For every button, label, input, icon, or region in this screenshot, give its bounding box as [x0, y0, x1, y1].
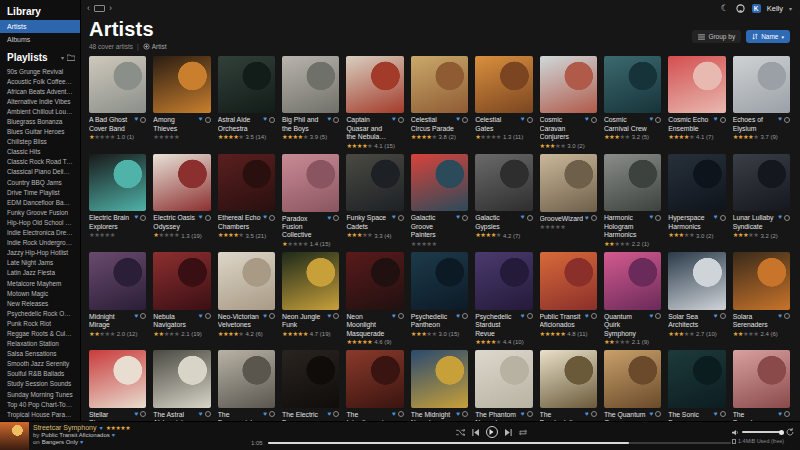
artist-art[interactable]	[282, 56, 339, 113]
more-options-icon[interactable]	[398, 411, 404, 417]
artist-heart-icon[interactable]: ♥	[112, 432, 115, 438]
artist-rating[interactable]: ★★★★★4.1 (7)	[668, 134, 725, 140]
favorite-heart-icon[interactable]: ♥	[456, 313, 460, 320]
artist-card[interactable]: Midnight Mirage ♥ ★★★★★2.0 (12)	[89, 252, 146, 345]
refresh-queue-icon[interactable]	[786, 428, 794, 436]
more-options-icon[interactable]	[205, 411, 211, 417]
artist-card[interactable]: Among Thieves ♥ ★★★★★	[153, 56, 210, 149]
artist-art[interactable]	[218, 56, 275, 113]
favorite-heart-icon[interactable]: ♥	[199, 411, 203, 418]
artist-rating[interactable]: ★★★★★2.1 (9)	[604, 339, 661, 345]
now-playing-album[interactable]: Bangers Only	[42, 439, 78, 445]
artist-art[interactable]	[668, 56, 725, 113]
artist-art[interactable]	[475, 350, 532, 407]
artist-card[interactable]: Psychedelic Stardust Revue ♥ ★★★★★4.4 (1…	[475, 252, 532, 345]
sidebar-playlist-item[interactable]: Soulful R&B Ballads	[0, 369, 80, 379]
artist-card[interactable]: Harmonic Hologram Harmonics ♥ ★★★★★2.2 (…	[604, 154, 661, 247]
favorite-heart-icon[interactable]: ♥	[521, 214, 525, 221]
favorite-heart-icon[interactable]: ♥	[585, 411, 589, 418]
artist-rating[interactable]: ★★★★★	[153, 134, 210, 140]
favorite-heart-icon[interactable]: ♥	[263, 116, 267, 123]
artist-rating[interactable]: ★★★★★1.4 (15)	[282, 241, 339, 247]
sidebar-playlist-item[interactable]: Acoustic Folk Coffeehouse	[0, 76, 80, 86]
artist-art[interactable]	[153, 350, 210, 407]
artist-rating[interactable]: ★★★★★3.0 (2)	[540, 143, 597, 149]
more-options-icon[interactable]	[462, 215, 468, 221]
artist-card[interactable]: Echoes of Elysium ♥ ★★★★★3.7 (9)	[733, 56, 790, 149]
artist-name[interactable]: Paradox Fusion Collective	[282, 215, 326, 240]
view-chip[interactable]: Artist	[143, 43, 167, 50]
sidebar-playlist-item[interactable]: Top 40 Pop Chart-Toppers	[0, 399, 80, 409]
group-by-button[interactable]: Group by	[692, 30, 741, 43]
artist-art[interactable]	[346, 56, 403, 113]
artist-card[interactable]: Cosmic Carnival Crew ♥ ★★★★★3.2 (5)	[604, 56, 661, 149]
sidebar-library-item[interactable]: Artists	[0, 20, 80, 33]
artist-art[interactable]	[218, 252, 275, 309]
artist-rating[interactable]: ★★★★★4.4 (10)	[475, 339, 532, 345]
more-options-icon[interactable]	[527, 117, 533, 123]
artist-card[interactable]: Galactic Gypsies ♥ ★★★★★4.2 (7)	[475, 154, 532, 247]
artist-rating[interactable]: ★★★★★1.3 (19)	[153, 232, 210, 238]
favorite-heart-icon[interactable]: ♥	[135, 411, 139, 418]
artist-name[interactable]: Captain Quasar and the Nebula Navigators	[346, 116, 390, 141]
play-pause-button[interactable]	[486, 426, 498, 438]
favorite-heart-icon[interactable]: ♥	[328, 215, 332, 222]
favorite-heart-icon[interactable]: ♥	[199, 214, 203, 221]
sidebar-playlist-item[interactable]: Salsa Sensations	[0, 349, 80, 359]
forward-icon[interactable]: ›	[109, 4, 112, 13]
favorite-heart-icon[interactable]: ♥	[649, 214, 653, 221]
more-options-icon[interactable]	[720, 411, 726, 417]
artist-rating[interactable]: ★★★★★4.8 (11)	[540, 331, 597, 337]
artist-art[interactable]	[475, 252, 532, 309]
artist-rating[interactable]: ★★★★★4.7 (19)	[282, 331, 339, 337]
artist-name[interactable]: Big Phil and the Boys	[282, 116, 326, 133]
favorite-heart-icon[interactable]: ♥	[778, 411, 782, 418]
sidebar-playlist-item[interactable]: Chillstep Bliss	[0, 137, 80, 147]
artist-art[interactable]	[668, 252, 725, 309]
favorite-heart-icon[interactable]: ♥	[649, 411, 653, 418]
artist-art[interactable]	[218, 350, 275, 407]
artist-art[interactable]	[733, 154, 790, 211]
favorite-heart-icon[interactable]: ♥	[328, 411, 332, 418]
artist-name[interactable]: Electric Brain Explorers	[89, 214, 133, 231]
artist-name[interactable]: Neon Jungle Funk	[282, 313, 326, 330]
favorite-heart-icon[interactable]: ♥	[521, 116, 525, 123]
artist-name[interactable]: Cosmic Carnival Crew	[604, 116, 648, 133]
artist-art[interactable]	[89, 350, 146, 407]
sidebar-playlist-item[interactable]: Classic Rock Road Trip	[0, 157, 80, 167]
favorite-heart-icon[interactable]: ♥	[714, 411, 718, 418]
artist-rating[interactable]: ★★★★★3.5 (14)	[218, 134, 275, 140]
artist-art[interactable]	[346, 252, 403, 309]
more-options-icon[interactable]	[205, 215, 211, 221]
more-options-icon[interactable]	[140, 411, 146, 417]
artist-card[interactable]: A Bad Ghost Cover Band ♥ ★★★★★1.0 (1)	[89, 56, 146, 149]
artist-art[interactable]	[604, 252, 661, 309]
artist-art[interactable]	[411, 350, 468, 407]
more-options-icon[interactable]	[462, 117, 468, 123]
favorite-heart-icon[interactable]: ♥	[456, 214, 460, 221]
favorite-heart-icon[interactable]: ♥	[392, 116, 396, 123]
artist-name[interactable]: Neon Moonlight Masquerade	[346, 313, 390, 338]
more-options-icon[interactable]	[333, 117, 339, 123]
artist-card[interactable]: Lunar Lullaby Syndicate ♥ ★★★★★3.2 (2)	[733, 154, 790, 247]
artist-rating[interactable]: ★★★★★3.0 (15)	[411, 331, 468, 337]
artist-art[interactable]	[346, 154, 403, 211]
seek-bar[interactable]	[268, 442, 731, 444]
artist-rating[interactable]: ★★★★★2.1 (19)	[153, 331, 210, 337]
volume-icon[interactable]	[732, 429, 739, 436]
artist-rating[interactable]: ★★★★★4.6 (9)	[346, 339, 403, 345]
sidebar-playlist-item[interactable]: 90s Grunge Revival	[0, 66, 80, 76]
artist-art[interactable]	[733, 56, 790, 113]
artist-art[interactable]	[604, 56, 661, 113]
artist-card[interactable]: Solar Sea Architects ♥ ★★★★★2.7 (10)	[668, 252, 725, 345]
artist-grid-scroll[interactable]: A Bad Ghost Cover Band ♥ ★★★★★1.0 (1) Am…	[81, 54, 800, 450]
artist-rating[interactable]: ★★★★★3.7 (9)	[733, 134, 790, 140]
more-options-icon[interactable]	[527, 411, 533, 417]
artist-card[interactable]: Ethereal Echo Chambers ♥ ★★★★★3.5 (21)	[218, 154, 275, 247]
more-options-icon[interactable]	[720, 215, 726, 221]
sidebar-playlist-item[interactable]: Motown Magic	[0, 288, 80, 298]
more-options-icon[interactable]	[655, 215, 661, 221]
more-options-icon[interactable]	[591, 117, 597, 123]
artist-art[interactable]	[346, 350, 403, 407]
more-options-icon[interactable]	[784, 313, 790, 319]
